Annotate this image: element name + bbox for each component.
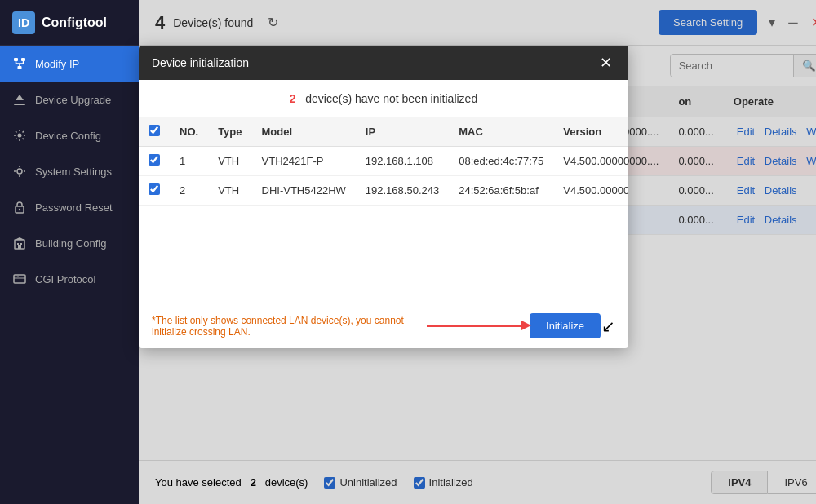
- svg-rect-1: [21, 58, 25, 61]
- modal-table-row: 2 VTH DHI-VTH5422HW 192.168.50.243 24:52…: [139, 176, 628, 206]
- cursor-indicator: ↙: [601, 316, 615, 336]
- svg-rect-2: [18, 66, 22, 69]
- svg-point-10: [17, 169, 22, 174]
- modal-table: NO. Type Model IP MAC Version 1 VTH VTH2…: [139, 117, 628, 206]
- modal-footer-left: *The list only shows connected LAN devic…: [152, 315, 427, 338]
- password-icon: [12, 200, 27, 214]
- modal-close-button[interactable]: ✕: [596, 55, 615, 70]
- modal-row-version: V4.500.0000000....: [553, 147, 628, 176]
- modal-col-type: Type: [208, 117, 251, 147]
- modal-overlay: Device initialization ✕ 2 device(s) have…: [139, 0, 816, 504]
- logo-icon: ID: [12, 11, 35, 34]
- modal-row-checkbox[interactable]: [149, 183, 160, 195]
- modal-table-header-row: NO. Type Model IP MAC Version: [139, 117, 628, 147]
- app-logo: ID Configtool: [0, 0, 139, 46]
- sidebar-item-cgi-protocol[interactable]: CGI Protocol: [0, 261, 139, 297]
- modal-devices-table: NO. Type Model IP MAC Version 1 VTH VTH2…: [139, 117, 628, 206]
- svg-rect-0: [14, 58, 18, 61]
- modal-warning-text: *The list only shows connected LAN devic…: [152, 315, 427, 338]
- modal-row-checkbox[interactable]: [149, 154, 160, 166]
- modal-arrow-area: Initialize ↙: [427, 313, 615, 338]
- modal-row-mac: 08:ed:ed:4c:77:75: [449, 147, 553, 176]
- sidebar-label-cgi-protocol: CGI Protocol: [35, 273, 95, 285]
- svg-point-12: [19, 209, 20, 210]
- modal-info-text: device(s) have not been initialized: [305, 92, 477, 105]
- modal-empty-space: [139, 206, 628, 303]
- modal-table-row: 1 VTH VTH2421F-P 192.168.1.108 08:ed:ed:…: [139, 147, 628, 176]
- sidebar-label-system-settings: System Settings: [35, 166, 112, 178]
- svg-point-20: [16, 276, 17, 277]
- app-title: Configtool: [42, 15, 107, 30]
- sidebar-item-device-config[interactable]: Device Config: [0, 117, 139, 153]
- modal-table-body: 1 VTH VTH2421F-P 192.168.1.108 08:ed:ed:…: [139, 147, 628, 206]
- modal-header: Device initialization ✕: [139, 46, 628, 80]
- modal-col-mac: MAC: [449, 117, 553, 147]
- svg-rect-7: [14, 104, 25, 105]
- svg-rect-15: [20, 243, 22, 245]
- settings-icon: [12, 164, 27, 179]
- sidebar-label-modify-ip: Modify IP: [35, 58, 79, 70]
- sidebar-label-device-upgrade: Device Upgrade: [35, 94, 111, 106]
- modal-body: 2 device(s) have not been initialized NO…: [139, 80, 628, 303]
- modal-row-type: VTH: [208, 176, 251, 206]
- sidebar-item-building-config[interactable]: Building Config: [0, 225, 139, 261]
- sidebar-label-password-reset: Password Reset: [35, 201, 113, 214]
- modal-title: Device initialization: [152, 56, 249, 69]
- modal-initialize-button[interactable]: Initialize: [530, 313, 601, 338]
- modal-row-model: VTH2421F-P: [252, 147, 356, 176]
- svg-point-9: [18, 134, 22, 138]
- modal-row-checkbox-cell: [139, 147, 170, 176]
- modal-row-no: 1: [170, 147, 208, 176]
- modal-footer: *The list only shows connected LAN devic…: [139, 303, 628, 348]
- arrow-line: [427, 325, 525, 327]
- building-icon: [12, 236, 27, 250]
- sidebar-item-modify-ip[interactable]: Modify IP: [0, 46, 139, 82]
- modal-row-ip: 192.168.1.108: [356, 147, 449, 176]
- modal-row-model: DHI-VTH5422HW: [252, 176, 356, 206]
- svg-rect-14: [17, 243, 19, 245]
- sidebar-item-device-upgrade[interactable]: Device Upgrade: [0, 82, 139, 117]
- svg-point-21: [17, 276, 19, 277]
- modal-col-model: Model: [252, 117, 356, 147]
- modal-device-count: 2: [290, 92, 296, 105]
- modal-col-no: NO.: [170, 117, 208, 147]
- cgi-icon: [12, 272, 27, 286]
- modal-col-version: Version: [553, 117, 628, 147]
- modal-col-checkbox: [139, 117, 170, 147]
- device-initialization-modal: Device initialization ✕ 2 device(s) have…: [139, 46, 628, 348]
- sidebar-item-system-settings[interactable]: System Settings: [0, 153, 139, 189]
- upgrade-icon: [12, 92, 27, 107]
- sidebar-item-password-reset[interactable]: Password Reset: [0, 189, 139, 225]
- network-icon: [12, 56, 27, 71]
- svg-marker-17: [15, 237, 24, 240]
- sidebar-label-building-config: Building Config: [35, 237, 106, 250]
- main-content: 4 Device(s) found ↻ Search Setting ▾ ─ ✕…: [139, 0, 816, 504]
- modal-row-checkbox-cell: [139, 176, 170, 206]
- config-icon: [12, 128, 27, 143]
- modal-info: 2 device(s) have not been initialized: [139, 80, 628, 117]
- modal-row-mac: 24:52:6a:6f:5b:af: [449, 176, 553, 206]
- modal-row-no: 2: [170, 176, 208, 206]
- modal-row-version: V4.500.0000000....: [553, 176, 628, 206]
- modal-row-ip: 192.168.50.243: [356, 176, 449, 206]
- modal-select-all-checkbox[interactable]: [149, 125, 160, 136]
- sidebar: ID Configtool Modify IP Device Upgrade: [0, 0, 139, 504]
- modal-row-type: VTH: [208, 147, 251, 176]
- svg-marker-8: [16, 95, 24, 100]
- svg-rect-16: [18, 245, 21, 249]
- sidebar-label-device-config: Device Config: [35, 130, 101, 142]
- modal-col-ip: IP: [356, 117, 449, 147]
